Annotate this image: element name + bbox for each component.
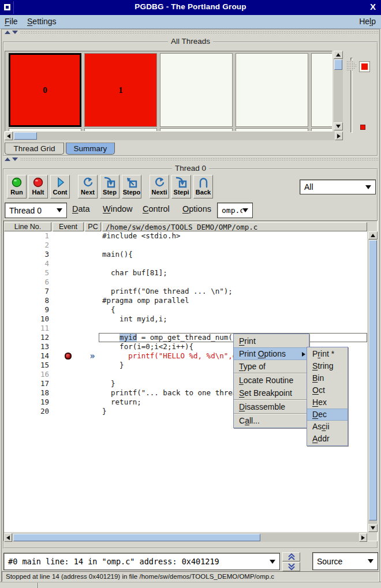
menu-item-print-options[interactable]: Print Options xyxy=(234,347,309,360)
view-select[interactable]: Source xyxy=(312,552,378,570)
event-cell[interactable] xyxy=(54,324,83,333)
event-cell[interactable] xyxy=(54,361,83,370)
source-row-7[interactable]: 7 printf("One thread ... \n"); xyxy=(4,287,367,296)
cont-button[interactable]: Cont xyxy=(50,175,70,199)
close-icon[interactable]: X xyxy=(370,2,376,12)
halt-button[interactable]: Halt xyxy=(28,175,48,199)
source-row-9[interactable]: 9 { xyxy=(4,305,367,314)
menu-item-addr[interactable]: Addr xyxy=(307,433,348,445)
tab-summary[interactable]: Summary xyxy=(66,143,115,155)
menu-item-locate-routine[interactable]: Locate Routine xyxy=(234,374,309,387)
event-cell[interactable] xyxy=(54,407,83,416)
source-row-8[interactable]: 8#pragma omp parallel xyxy=(4,296,367,305)
source-row-1[interactable]: 1#include <stdio.h> xyxy=(4,231,367,241)
event-cell[interactable] xyxy=(54,370,83,379)
event-cell[interactable] xyxy=(54,278,83,287)
thread-cell-2[interactable] xyxy=(160,53,233,127)
splitter-collapse-down-icon[interactable] xyxy=(12,31,18,34)
menu-item-call[interactable]: Call... xyxy=(234,414,309,427)
menu-item-set-breakpoint[interactable]: Set Breakpoint xyxy=(234,387,309,399)
thread-cell-0[interactable]: 0 xyxy=(9,53,81,127)
hscroll-thumb[interactable] xyxy=(14,132,37,140)
menu-item-oct[interactable]: Oct xyxy=(307,384,348,396)
scroll-up-button[interactable] xyxy=(368,231,378,239)
source-vscrollbar[interactable] xyxy=(368,231,378,532)
splitter-collapse-down-icon[interactable] xyxy=(12,158,18,161)
event-cell[interactable] xyxy=(54,342,83,351)
source-row-12[interactable]: 12 myid = omp_get_thread_num(); xyxy=(4,333,367,342)
thread-cell-4[interactable] xyxy=(311,53,333,127)
source-row-2[interactable]: 2 xyxy=(4,241,367,250)
event-cell[interactable] xyxy=(54,287,83,296)
event-cell[interactable] xyxy=(54,259,83,268)
breakpoint-icon[interactable] xyxy=(65,353,72,359)
event-cell[interactable] xyxy=(54,296,83,305)
scroll-down-button[interactable] xyxy=(334,122,343,130)
source-row-4[interactable]: 4 xyxy=(4,259,367,268)
next-button[interactable]: Next xyxy=(78,175,98,199)
nexti-button[interactable]: Nexti xyxy=(150,175,169,199)
resize-grip[interactable] xyxy=(38,583,39,588)
menu-item-print[interactable]: Print * xyxy=(307,348,348,360)
scope-select[interactable]: All xyxy=(300,179,376,194)
menu-window[interactable]: Window xyxy=(103,204,133,214)
menu-item-disassemble[interactable]: Disassemble xyxy=(234,400,309,413)
menu-data[interactable]: Data xyxy=(72,204,90,214)
vscroll-thumb[interactable] xyxy=(334,59,342,70)
menu-item-dec[interactable]: Dec xyxy=(307,409,348,421)
menu-item-type-of[interactable]: Type of xyxy=(234,360,309,373)
menu-settings[interactable]: Settings xyxy=(27,17,57,26)
thread-cell-3[interactable] xyxy=(236,53,308,127)
menu-item-ascii[interactable]: Ascii xyxy=(307,421,348,433)
event-cell[interactable] xyxy=(54,398,83,407)
stepo-button[interactable]: Stepo xyxy=(122,175,141,199)
event-cell[interactable] xyxy=(54,379,83,388)
stepi-button[interactable]: Stepi xyxy=(171,175,191,199)
scroll-right-button[interactable] xyxy=(359,533,367,542)
splitter-middle[interactable] xyxy=(2,157,379,162)
thread-grid-hscrollbar[interactable] xyxy=(5,132,343,140)
splitter-collapse-up-icon[interactable] xyxy=(5,158,10,161)
event-cell[interactable] xyxy=(54,333,83,342)
file-select[interactable]: omp.c xyxy=(217,203,253,218)
menu-options[interactable]: Options xyxy=(182,204,211,214)
thread-select[interactable]: Thread 0 xyxy=(5,203,67,218)
back-button[interactable]: Back xyxy=(193,175,213,199)
menu-item-hex[interactable]: Hex xyxy=(307,396,348,409)
thread-grid-vscrollbar[interactable] xyxy=(334,51,343,130)
menu-control[interactable]: Control xyxy=(143,204,170,214)
menu-help[interactable]: Help xyxy=(359,17,376,26)
vscroll-thumb[interactable] xyxy=(369,240,377,520)
event-cell[interactable] xyxy=(54,351,83,361)
menu-item-print[interactable]: Print xyxy=(234,335,309,347)
scroll-down-button[interactable] xyxy=(368,524,378,532)
event-cell[interactable] xyxy=(54,231,83,241)
frame-select[interactable]: #0 main line: 14 in "omp.c" address: 0x4… xyxy=(3,553,280,570)
event-cell[interactable] xyxy=(54,388,83,398)
event-cell[interactable] xyxy=(54,250,83,259)
splitter-grip[interactable] xyxy=(20,158,378,162)
source-row-5[interactable]: 5 char buf[81]; xyxy=(4,268,367,278)
event-cell[interactable] xyxy=(54,268,83,278)
source-row-6[interactable]: 6 xyxy=(4,278,367,287)
hscroll-thumb[interactable] xyxy=(13,534,260,541)
run-button[interactable]: Run xyxy=(7,175,27,199)
event-cell[interactable] xyxy=(54,305,83,314)
event-cell[interactable] xyxy=(54,314,83,324)
source-row-11[interactable]: 11 xyxy=(4,324,367,333)
event-cell[interactable] xyxy=(54,241,83,250)
scroll-right-button[interactable] xyxy=(335,132,343,140)
menu-item-string[interactable]: String xyxy=(307,360,348,372)
thread-cell-1[interactable]: 1 xyxy=(84,53,157,127)
source-row-10[interactable]: 10 int myid,i; xyxy=(4,314,367,324)
scroll-left-button[interactable] xyxy=(4,533,12,542)
scroll-up-button[interactable] xyxy=(334,51,343,59)
splitter-grip[interactable] xyxy=(20,31,378,35)
stack-down-button[interactable] xyxy=(282,562,300,571)
menu-item-bin[interactable]: Bin xyxy=(307,372,348,384)
source-row-3[interactable]: 3main(){ xyxy=(4,250,367,259)
menu-file[interactable]: File xyxy=(5,17,18,26)
scroll-left-button[interactable] xyxy=(5,132,13,140)
splitter-top[interactable] xyxy=(2,30,379,35)
step-button[interactable]: Step xyxy=(100,175,119,199)
